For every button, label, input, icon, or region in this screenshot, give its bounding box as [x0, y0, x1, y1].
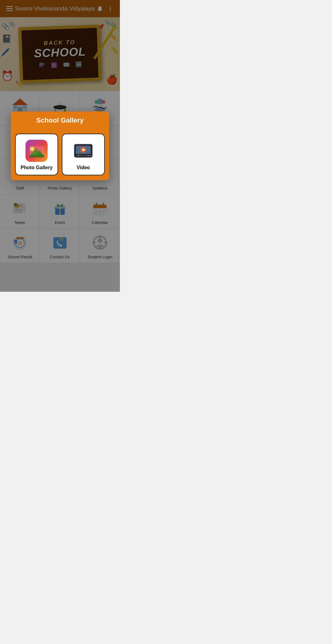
video-option-label: Video: [77, 165, 90, 170]
modal-title: School Gallery: [36, 116, 84, 124]
svg-point-103: [30, 147, 34, 151]
photogalleryapp-icon: [26, 140, 48, 162]
modal-header: School Gallery: [11, 111, 109, 129]
svg-point-115: [90, 155, 91, 156]
photogallery-option-label: Photo Gallery: [21, 165, 53, 170]
school-gallery-modal: School Gallery: [11, 111, 109, 180]
video-icon: [72, 140, 94, 162]
modal-option-video[interactable]: Video: [62, 134, 105, 175]
modal-body: Photo Gallery: [11, 129, 109, 180]
svg-point-113: [78, 155, 79, 156]
modal-option-photogallery[interactable]: Photo Gallery: [15, 134, 58, 175]
svg-point-114: [88, 155, 89, 156]
modal-overlay[interactable]: School Gallery: [0, 0, 120, 292]
svg-rect-106: [29, 155, 44, 158]
